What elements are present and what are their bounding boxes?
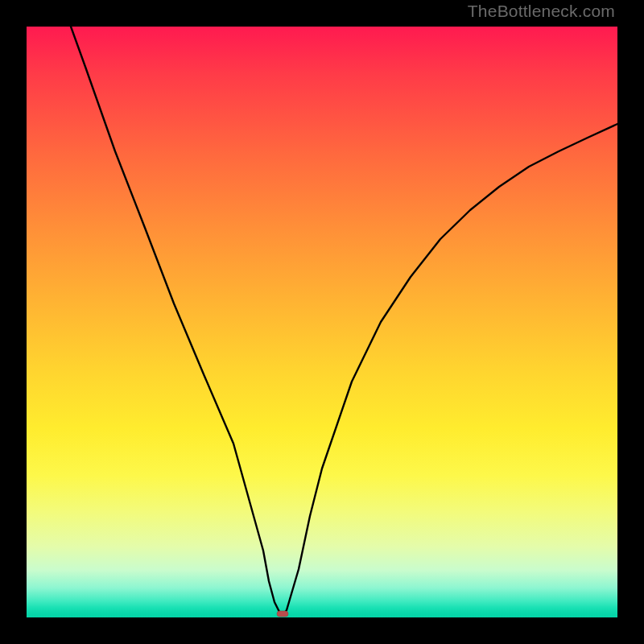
watermark-label: TheBottleneck.com xyxy=(468,2,615,21)
plot-area xyxy=(27,27,617,617)
gradient-background xyxy=(27,27,617,617)
chart-frame: TheBottleneck.com xyxy=(0,0,644,644)
